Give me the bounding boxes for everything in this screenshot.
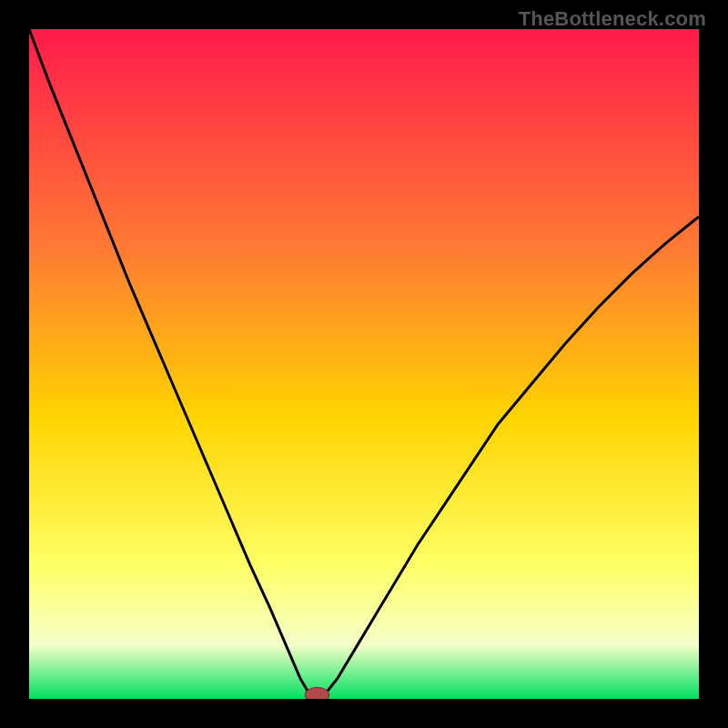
- chart-svg: [29, 29, 699, 699]
- optimum-marker: [305, 687, 329, 699]
- watermark-text: TheBottleneck.com: [519, 7, 706, 31]
- gradient-background: [29, 29, 699, 699]
- plot-area: [29, 29, 699, 699]
- outer-frame: TheBottleneck.com: [0, 0, 728, 728]
